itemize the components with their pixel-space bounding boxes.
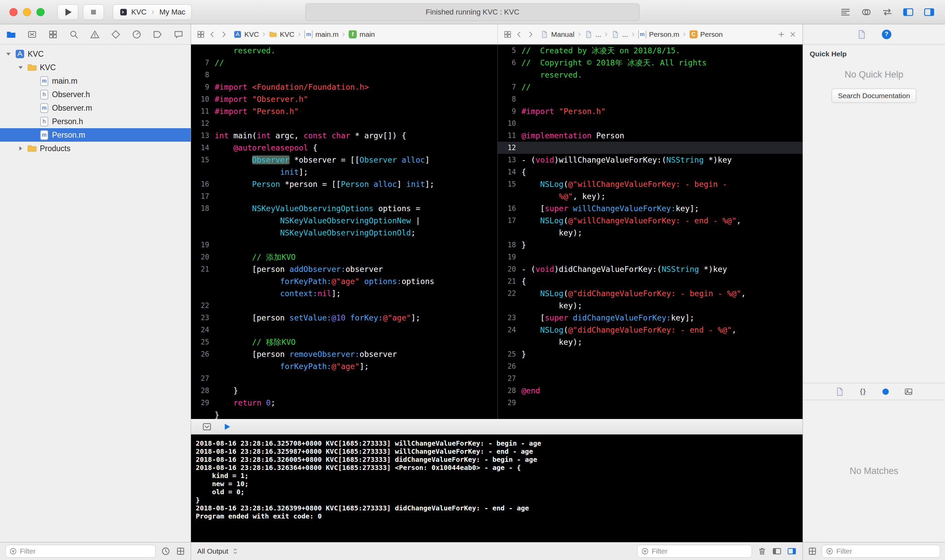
code-line: 17 NSLog(@"willChangeValueForKey: - end … — [498, 215, 803, 227]
line-number: 24 — [191, 324, 215, 336]
breadcrumb-label: Person — [700, 30, 723, 38]
breadcrumb-item[interactable]: CPerson — [689, 30, 723, 38]
show-console-view-button[interactable] — [787, 546, 797, 556]
report-navigator-icon[interactable] — [173, 29, 183, 40]
breadcrumb-item[interactable]: ... — [584, 30, 601, 38]
line-number — [191, 227, 215, 239]
code-text: [person addObserver:observer — [215, 263, 498, 275]
breadcrumb-item[interactable]: KVC — [234, 30, 259, 38]
file-tree-item[interactable]: hObserver.h — [0, 88, 191, 101]
source-control-navigator-icon[interactable] — [27, 29, 37, 40]
m-icon: m — [39, 130, 49, 140]
debug-bar — [191, 419, 803, 434]
breakpoint-navigator-icon[interactable] — [153, 29, 163, 40]
folder-icon — [27, 143, 37, 154]
code-text — [215, 190, 498, 202]
disclosure-spacer — [29, 131, 37, 138]
search-documentation-button[interactable]: Search Documentation — [832, 89, 917, 103]
symbol-navigator-icon[interactable] — [48, 29, 58, 40]
code-snippet-library-icon[interactable]: { } — [858, 387, 867, 396]
console-scope-selector[interactable]: All Output — [197, 547, 240, 555]
hide-debug-area-button[interactable] — [202, 422, 212, 432]
file-tree-item[interactable]: mPerson.m — [0, 128, 191, 142]
project-file-tree[interactable]: KVCKVCmmain.mhObserver.hmObserver.mhPers… — [0, 45, 191, 542]
code-text: { — [521, 275, 803, 288]
activity-status: Finished running KVC : KVC — [305, 3, 640, 21]
related-items-icon[interactable] — [503, 30, 512, 39]
file-tree-item[interactable]: hPerson.h — [0, 115, 191, 128]
close-assistant-editor-button[interactable] — [788, 30, 797, 39]
test-navigator-icon[interactable] — [111, 29, 121, 40]
back-button[interactable] — [515, 30, 523, 39]
code-line: 23 [super didChangeValueForKey:key]; — [498, 312, 803, 324]
forward-button[interactable] — [219, 30, 228, 39]
code-text: Observer *observer = [[Observer alloc] — [215, 154, 498, 166]
media-library-icon[interactable] — [904, 387, 913, 396]
scheme-selector[interactable]: KVC My Mac — [113, 5, 192, 20]
debug-view-mode-icon[interactable] — [222, 422, 232, 432]
run-button[interactable] — [57, 5, 78, 20]
file-tree-item[interactable]: KVC — [0, 61, 191, 74]
file-tree-item[interactable]: Products — [0, 142, 191, 155]
console-line: kind = 1; — [196, 472, 803, 480]
standard-editor-button[interactable] — [840, 6, 851, 18]
line-number: 21 — [191, 263, 215, 275]
object-library-icon[interactable] — [881, 387, 890, 396]
close-window-button[interactable] — [9, 8, 17, 16]
forward-button[interactable] — [526, 30, 535, 39]
file-inspector-tab[interactable] — [857, 29, 867, 40]
code-line: 21 [person addObserver:observer — [191, 263, 498, 275]
navigator-filter-field[interactable]: Filter — [5, 545, 156, 558]
zoom-window-button[interactable] — [37, 8, 45, 16]
code-line: 28 } — [191, 385, 498, 397]
console-filter-field[interactable]: Filter — [637, 545, 752, 558]
code-line: 15 Observer *observer = [[Observer alloc… — [191, 154, 498, 166]
issue-navigator-icon[interactable] — [90, 29, 100, 40]
assistant-editor-button[interactable] — [861, 6, 872, 18]
project-navigator-icon[interactable] — [6, 29, 16, 40]
breadcrumb-item[interactable]: mmain.m — [304, 30, 339, 38]
code-text: #import <Foundation/Foundation.h> — [215, 81, 498, 93]
find-navigator-icon[interactable] — [69, 29, 79, 40]
show-variables-view-button[interactable] — [772, 546, 782, 556]
back-button[interactable] — [208, 30, 217, 39]
clear-console-button[interactable] — [757, 546, 767, 556]
filter-placeholder: Filter — [20, 547, 36, 555]
file-tree-item[interactable]: mObserver.m — [0, 101, 191, 115]
breadcrumb-item[interactable]: ... — [611, 30, 628, 38]
debug-console[interactable]: 2018-08-16 23:28:16.325708+0800 KVC[1685… — [191, 434, 803, 542]
code-line: NSKeyValueObservingOptionOld; — [191, 227, 498, 239]
quick-help-inspector-tab[interactable]: ? — [882, 29, 892, 40]
code-text: [super didChangeValueForKey:key]; — [521, 312, 803, 324]
debug-navigator-icon[interactable] — [132, 29, 142, 40]
minimize-window-button[interactable] — [23, 8, 31, 16]
breadcrumb-item[interactable]: fmain — [348, 30, 375, 38]
version-editor-button[interactable] — [882, 6, 893, 18]
console-line: 2018-08-16 23:28:16.326005+0800 KVC[1685… — [196, 455, 803, 463]
disclosure-triangle-icon[interactable] — [17, 145, 24, 152]
toggle-inspectors-button[interactable] — [923, 6, 935, 18]
code-line: 8 — [191, 69, 498, 81]
file-template-library-icon[interactable] — [835, 387, 845, 396]
breadcrumb-item[interactable]: Manual — [540, 30, 574, 38]
breadcrumb-item[interactable]: KVC — [269, 30, 294, 38]
source-editor-person-m[interactable]: 5// Created by 冰凌天 on 2018/8/15.6// Copy… — [498, 45, 803, 419]
scm-status-filter-icon[interactable] — [176, 546, 185, 556]
line-number — [498, 336, 521, 348]
library-filter-field[interactable]: Filter — [822, 545, 940, 558]
grid-view-icon[interactable] — [808, 546, 817, 556]
recent-files-filter-icon[interactable] — [161, 546, 170, 556]
file-tree-item[interactable]: mmain.m — [0, 74, 191, 88]
console-scope-label: All Output — [197, 547, 228, 555]
disclosure-triangle-icon[interactable] — [17, 64, 24, 71]
toggle-navigator-button[interactable] — [902, 6, 914, 18]
stop-button[interactable] — [83, 5, 104, 20]
add-assistant-editor-button[interactable] — [777, 30, 786, 39]
related-items-icon[interactable] — [196, 30, 205, 39]
source-editor-main-m[interactable]: reserved.7//89#import <Foundation/Founda… — [191, 45, 498, 419]
disclosure-triangle-icon[interactable] — [5, 50, 12, 58]
line-number: 18 — [498, 239, 521, 251]
file-tree-item[interactable]: KVC — [0, 47, 191, 61]
breadcrumb-item[interactable]: mPerson.m — [638, 30, 679, 38]
console-line: 2018-08-16 23:28:16.325708+0800 KVC[1685… — [196, 439, 803, 447]
